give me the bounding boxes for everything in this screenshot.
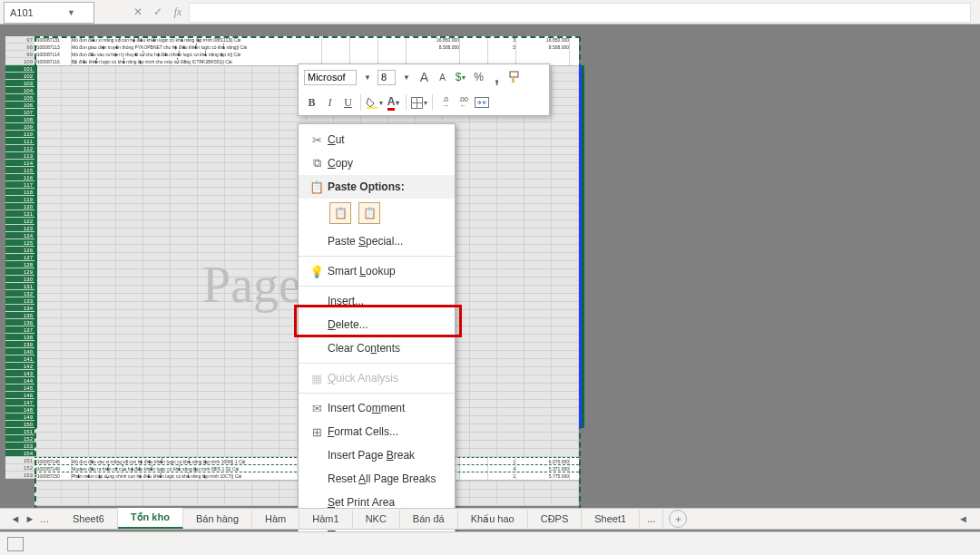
merge-center-button[interactable]	[474, 94, 489, 111]
format-painter-button[interactable]	[507, 69, 523, 85]
accounting-format-button[interactable]: $▾	[453, 69, 468, 85]
svg-rect-6	[475, 98, 488, 108]
decrease-decimal-button[interactable]: .00←	[456, 94, 471, 111]
formula-bar: A101 ▼ ✕ ✓ fx	[0, 0, 980, 24]
lightbulb-icon: 💡	[306, 265, 328, 278]
menu-insert-page-break[interactable]: Insert Page Break	[299, 443, 455, 467]
sheet-tab[interactable]: Khấu hao	[458, 510, 528, 529]
font-name-input[interactable]	[304, 70, 357, 85]
row-header-column[interactable]: 9798991001011021031041051061071081091101…	[5, 36, 34, 509]
svg-rect-0	[510, 72, 518, 77]
paste-icon[interactable]: 📋	[329, 202, 351, 224]
menu-reset-all-page-breaks[interactable]: Reset All Page Breaks	[299, 467, 455, 491]
menu-paste-options: 📋Paste Options:	[299, 175, 455, 199]
menu-copy[interactable]: ⧉Copy	[299, 151, 455, 175]
sheet-tab[interactable]: Bán đá	[400, 510, 458, 529]
paste-options-icons: 📋 📋	[299, 199, 455, 229]
sheet-tab[interactable]: Bán hàng	[183, 510, 252, 529]
tab-nav-more-icon[interactable]: …	[38, 513, 51, 524]
scissors-icon: ✂	[306, 133, 328, 147]
increase-decimal-button[interactable]: .0→	[437, 94, 453, 111]
paste-keep-formatting-icon[interactable]: 📋	[358, 202, 380, 224]
comma-format-button[interactable]: ,	[489, 69, 505, 85]
context-menu[interactable]: ✂CuCutt ⧉Copy 📋Paste Options: 📋 📋 Paste …	[298, 123, 456, 555]
underline-button[interactable]: U	[340, 94, 356, 111]
menu-smart-lookup[interactable]: 💡Smart Lookup	[299, 259, 455, 283]
formula-controls: ✕ ✓ fx	[131, 5, 185, 19]
sheet-tab-list[interactable]: Sheet6Tồn khoBán hàngHàmHàm1NKCBán đáKhấ…	[60, 509, 663, 529]
sheet-tab[interactable]: Hàm1	[299, 510, 352, 529]
mini-toolbar[interactable]: ▼ ▼ A A $▾ % , B I U ▾ A▾ ▾	[298, 63, 550, 116]
tab-nav-next-icon[interactable]: ►	[24, 513, 36, 524]
menu-delete[interactable]: Delete...	[299, 313, 455, 336]
quick-analysis-icon: ▦	[306, 372, 328, 385]
accept-formula-icon[interactable]: ✓	[151, 5, 165, 18]
sheet-tab[interactable]: Sheet6	[60, 510, 118, 529]
menu-quick-analysis: ▦Quick Analysis	[299, 366, 455, 390]
clipboard-icon: 📋	[306, 180, 328, 194]
tab-nav-buttons[interactable]: ◄ ► …	[0, 513, 60, 524]
menu-paste-special[interactable]: Paste Special...	[299, 229, 455, 253]
sheet-tab[interactable]: Tồn kho	[118, 508, 183, 529]
insert-function-button[interactable]: fx	[171, 5, 185, 19]
menu-format-cells[interactable]: ⊞Format Cells...	[299, 420, 455, 443]
sheet-tab[interactable]: CĐPS	[528, 510, 583, 529]
increase-font-button[interactable]: A	[416, 69, 432, 85]
sheet-tab-strip[interactable]: ◄ ► … Sheet6Tồn khoBán hàngHàmHàm1NKCBán…	[0, 508, 980, 530]
menu-cut[interactable]: ✂CuCutt	[299, 128, 455, 151]
font-color-button[interactable]: A▾	[386, 94, 401, 111]
formula-input[interactable]	[189, 3, 971, 23]
fill-color-button[interactable]: ▾	[366, 94, 383, 111]
menu-clear-contents[interactable]: Clear Contents	[299, 336, 455, 360]
name-box-dropdown-icon[interactable]: ▼	[49, 6, 93, 19]
font-size-input[interactable]	[377, 70, 396, 85]
borders-button[interactable]: ▾	[411, 94, 427, 111]
new-sheet-button[interactable]: ＋	[669, 510, 687, 528]
copy-icon: ⧉	[306, 156, 328, 170]
tab-nav-prev-icon[interactable]: ◄	[9, 513, 22, 524]
bold-button[interactable]: B	[304, 94, 319, 111]
menu-insert[interactable]: Insert...	[299, 289, 455, 313]
svg-rect-1	[512, 77, 514, 83]
svg-rect-2	[367, 107, 377, 109]
sheet-tab[interactable]: Hàm	[252, 510, 299, 529]
sheet-tab[interactable]: Sheet1	[582, 510, 640, 529]
sheet-tab[interactable]: NKC	[353, 510, 400, 529]
italic-button[interactable]: I	[322, 94, 338, 111]
sheet-tab[interactable]: ...	[640, 510, 663, 529]
percent-format-button[interactable]: %	[471, 69, 486, 85]
comment-icon: ✉	[306, 402, 328, 415]
spreadsheet-canvas: 9798991001011021031041051061071081091101…	[5, 36, 969, 512]
name-box[interactable]: A101 ▼	[4, 2, 94, 24]
menu-insert-comment[interactable]: ✉Insert Comment	[299, 396, 455, 420]
macro-record-icon[interactable]	[7, 537, 24, 551]
cancel-formula-icon[interactable]: ✕	[131, 5, 145, 18]
format-cells-icon: ⊞	[306, 425, 328, 439]
scroll-left-icon[interactable]: ◄	[958, 513, 968, 524]
font-name-dropdown-icon[interactable]: ▼	[359, 69, 375, 85]
decrease-font-button[interactable]: A	[435, 69, 450, 85]
horizontal-scroll[interactable]: ◄	[958, 511, 980, 527]
status-bar[interactable]	[0, 531, 980, 555]
font-size-dropdown-icon[interactable]: ▼	[398, 69, 414, 85]
cell-reference: A101	[5, 5, 49, 20]
